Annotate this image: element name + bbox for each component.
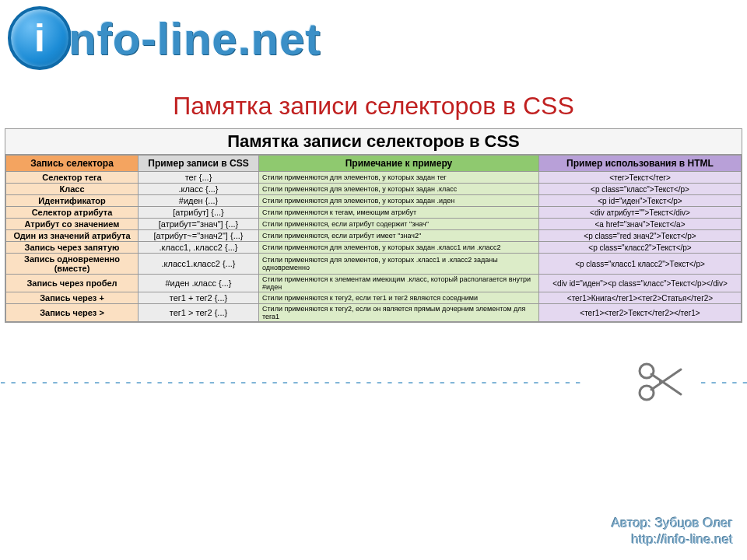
page-title: Памятка записи селекторов в CSS [0, 92, 747, 121]
cell-c2: тег1 + тег2 {...} [139, 292, 259, 304]
scissors-icon [635, 360, 686, 404]
cell-c3: Стили применяются для элементов, у котор… [259, 195, 539, 207]
col-header-html: Пример использования в HTML [539, 156, 742, 172]
credit-url: http://info-line.net [612, 531, 733, 548]
table-row: Запись через запятую.класс1, .класс2 {..… [6, 242, 742, 254]
cell-c1: Селектор атрибута [6, 207, 139, 219]
cell-c3: Стили применяются для элементов, у котор… [259, 242, 539, 254]
logo-letter: i [34, 16, 45, 61]
cell-c4: <тег1><тег2>Текст</тег2></тег1> [539, 304, 742, 322]
site-logo: i nfo-line.net [0, 0, 747, 70]
cell-c2: #иден .класс {...} [139, 275, 259, 292]
table-row: Селектор тегатег {...}Стили применяются … [6, 172, 742, 184]
cell-c3: Стили применяются к элементам имеющим .к… [259, 275, 539, 292]
cell-c2: [атрибут] {...} [139, 207, 259, 219]
cut-line: - - - - - - - - - - - - - - - - - - - - … [0, 360, 747, 404]
table-row: Запись через +тег1 + тег2 {...}Стили при… [6, 292, 742, 304]
cell-c2: тег1 > тег2 {...} [139, 304, 259, 322]
svg-point-0 [640, 364, 654, 378]
cell-c3: Стили применяются, если атрибут содержит… [259, 219, 539, 230]
cell-c3: Стили применяются к тегу2, если тег1 и т… [259, 292, 539, 304]
logo-text: nfo-line.net [68, 12, 321, 65]
cell-c2: .класс {...} [139, 184, 259, 195]
col-header-selector: Запись селектора [6, 156, 139, 172]
cell-c1: Атрибут со значением [6, 219, 139, 230]
cell-c3: Стили применяются к тегу2, если он являе… [259, 304, 539, 322]
dashes-right: - - - - - [700, 372, 747, 392]
cell-c3: Стили применяются для элементов, у котор… [259, 254, 539, 275]
cell-c4: <div атрибут="">Текст</div> [539, 207, 742, 219]
cell-c4: <тег1>Книга</тег1><тег2>Статья</тег2> [539, 292, 742, 304]
dashes-left: - - - - - - - - - - - - - - - - - - - - … [0, 372, 632, 392]
cell-c4: <p class="класс">Текст</p> [539, 184, 742, 195]
table-caption: Памятка записи селекторов в CSS [5, 129, 742, 155]
table-row: Запись одновременно (вместе).класс1.клас… [6, 254, 742, 275]
table-row: Селектор атрибута[атрибут] {...}Стили пр… [6, 207, 742, 219]
cell-c2: .класс1.класс2 {...} [139, 254, 259, 275]
cell-c2: [атрибут~="знач2"] {...} [139, 230, 259, 242]
table-header-row: Запись селектора Пример записи в CSS При… [6, 156, 742, 172]
cell-c4: <p class="класс1 класс2">Текст</p> [539, 254, 742, 275]
cell-c1: Запись через + [6, 292, 139, 304]
cell-c3: Стили применяются для элементов, у котор… [259, 184, 539, 195]
cell-c2: [атрибут="знач"] {...} [139, 219, 259, 230]
table-row: Запись через пробел#иден .класс {...}Сти… [6, 275, 742, 292]
table-row: Класс.класс {...}Стили применяются для э… [6, 184, 742, 195]
cell-c4: <div id="иден"><p class="класс">Текст</p… [539, 275, 742, 292]
table-row: Один из значений атрибута[атрибут~="знач… [6, 230, 742, 242]
table-row: Идентификатор#иден {...}Стили применяютс… [6, 195, 742, 207]
cell-c1: Запись через пробел [6, 275, 139, 292]
cell-c3: Стили применяются, если атрибут имеет "з… [259, 230, 539, 242]
cell-c1: Один из значений атрибута [6, 230, 139, 242]
cell-c3: Стили применяются к тегам, имеющим атриб… [259, 207, 539, 219]
logo-icon: i [8, 6, 72, 70]
cell-c4: <p class="red знач2">Текст</p> [539, 230, 742, 242]
cell-c4: <p id="иден">Текст</p> [539, 195, 742, 207]
cell-c2: тег {...} [139, 172, 259, 184]
table-row: Атрибут со значением[атрибут="знач"] {..… [6, 219, 742, 230]
cell-c4: <тег>Текст</тег> [539, 172, 742, 184]
svg-point-1 [640, 386, 654, 400]
svg-point-2 [659, 380, 662, 383]
cell-c2: .класс1, .класс2 {...} [139, 242, 259, 254]
col-header-css: Пример записи в CSS [139, 156, 259, 172]
cell-c4: <p class="класс2">Текст</p> [539, 242, 742, 254]
credit-author: Автор: Зубцов Олег [612, 515, 733, 531]
cell-c2: #иден {...} [139, 195, 259, 207]
cell-c1: Запись через запятую [6, 242, 139, 254]
reference-table: Памятка записи селекторов в CSS Запись с… [5, 128, 742, 323]
cell-c1: Селектор тега [6, 172, 139, 184]
col-header-note: Примечание к примеру [259, 156, 539, 172]
cell-c1: Идентификатор [6, 195, 139, 207]
cell-c1: Класс [6, 184, 139, 195]
table-row: Запись через >тег1 > тег2 {...}Стили при… [6, 304, 742, 322]
cell-c1: Запись через > [6, 304, 139, 322]
cell-c3: Стили применяются для элементов, у котор… [259, 172, 539, 184]
cell-c1: Запись одновременно (вместе) [6, 254, 139, 275]
cell-c4: <a href="знач">Текст</a> [539, 219, 742, 230]
author-credit: Автор: Зубцов Олег http://info-line.net [612, 515, 733, 548]
